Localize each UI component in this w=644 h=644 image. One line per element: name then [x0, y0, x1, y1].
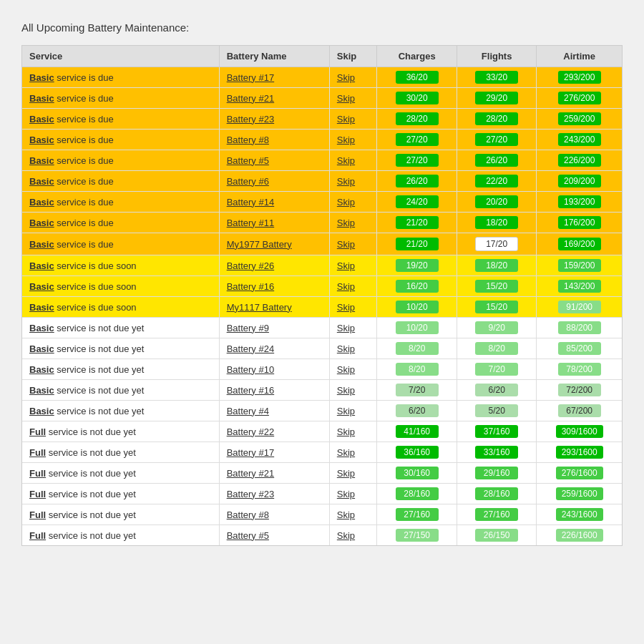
skip-cell[interactable]: Skip: [329, 484, 377, 504]
battery-name-cell[interactable]: Battery #24: [219, 338, 329, 359]
skip-button[interactable]: Skip: [337, 93, 355, 104]
skip-cell[interactable]: Skip: [329, 359, 377, 380]
battery-link[interactable]: Battery #8: [227, 135, 269, 145]
skip-cell[interactable]: Skip: [329, 421, 377, 442]
battery-link[interactable]: Battery #24: [227, 343, 275, 354]
skip-cell[interactable]: Skip: [329, 442, 377, 463]
skip-button[interactable]: Skip: [337, 509, 355, 520]
skip-cell[interactable]: Skip: [329, 213, 377, 233]
battery-link[interactable]: Battery #17: [227, 72, 275, 83]
battery-name-cell[interactable]: Battery #17: [219, 67, 329, 88]
skip-button[interactable]: Skip: [337, 426, 355, 437]
skip-cell[interactable]: Skip: [329, 338, 377, 359]
battery-name-cell[interactable]: Battery #11: [219, 213, 329, 233]
skip-button[interactable]: Skip: [337, 468, 355, 479]
battery-link[interactable]: My1977 Battery: [227, 239, 292, 250]
skip-button[interactable]: Skip: [337, 218, 355, 228]
battery-name-cell[interactable]: Battery #22: [219, 421, 329, 442]
battery-link[interactable]: Battery #23: [227, 489, 275, 499]
skip-cell[interactable]: Skip: [329, 130, 377, 150]
skip-cell[interactable]: Skip: [329, 150, 377, 171]
airtime-cell: 276/200: [537, 88, 622, 109]
airtime-cell: 85/200: [537, 338, 622, 359]
skip-button[interactable]: Skip: [337, 406, 355, 416]
battery-name-cell[interactable]: Battery #8: [219, 130, 329, 150]
battery-name-cell[interactable]: Battery #6: [219, 171, 329, 192]
battery-link[interactable]: Battery #6: [227, 176, 269, 187]
battery-name-cell[interactable]: Battery #5: [219, 525, 329, 546]
battery-name-cell[interactable]: My1977 Battery: [219, 233, 329, 255]
battery-link[interactable]: Battery #10: [227, 364, 275, 375]
skip-button[interactable]: Skip: [337, 343, 355, 354]
skip-button[interactable]: Skip: [337, 135, 355, 145]
battery-name-cell[interactable]: Battery #16: [219, 380, 329, 401]
battery-link[interactable]: Battery #21: [227, 468, 275, 479]
battery-link[interactable]: Battery #22: [227, 426, 275, 437]
skip-button[interactable]: Skip: [337, 72, 355, 83]
battery-link[interactable]: Battery #21: [227, 93, 275, 104]
airtime-cell: 176/200: [537, 213, 622, 233]
battery-name-cell[interactable]: Battery #14: [219, 192, 329, 213]
battery-link[interactable]: Battery #4: [227, 406, 269, 416]
airtime-pill: 209/200: [558, 175, 601, 187]
battery-name-cell[interactable]: Battery #8: [219, 504, 329, 525]
skip-cell[interactable]: Skip: [329, 255, 377, 276]
skip-cell[interactable]: Skip: [329, 67, 377, 88]
skip-button[interactable]: Skip: [337, 364, 355, 375]
battery-link[interactable]: Battery #16: [227, 281, 275, 292]
skip-button[interactable]: Skip: [337, 385, 355, 396]
skip-cell[interactable]: Skip: [329, 318, 377, 338]
table-row: Basic service is dueBattery #23Skip28/20…: [22, 109, 622, 130]
skip-button[interactable]: Skip: [337, 281, 355, 292]
battery-link[interactable]: Battery #11: [227, 218, 275, 228]
battery-name-cell[interactable]: Battery #23: [219, 109, 329, 130]
skip-cell[interactable]: Skip: [329, 109, 377, 130]
skip-cell[interactable]: Skip: [329, 88, 377, 109]
skip-button[interactable]: Skip: [337, 176, 355, 187]
battery-name-cell[interactable]: Battery #17: [219, 442, 329, 463]
battery-link[interactable]: Battery #14: [227, 197, 275, 208]
battery-name-cell[interactable]: Battery #26: [219, 255, 329, 276]
skip-button[interactable]: Skip: [337, 489, 355, 499]
battery-link[interactable]: Battery #23: [227, 114, 275, 125]
skip-cell[interactable]: Skip: [329, 297, 377, 318]
battery-name-cell[interactable]: Battery #21: [219, 463, 329, 484]
flights-pill: 15/20: [475, 301, 518, 313]
battery-link[interactable]: Battery #26: [227, 260, 275, 271]
skip-button[interactable]: Skip: [337, 260, 355, 271]
skip-cell[interactable]: Skip: [329, 525, 377, 546]
skip-cell[interactable]: Skip: [329, 192, 377, 213]
battery-link[interactable]: Battery #16: [227, 385, 275, 396]
skip-cell[interactable]: Skip: [329, 380, 377, 401]
skip-button[interactable]: Skip: [337, 447, 355, 458]
flights-pill: 8/20: [475, 342, 518, 355]
battery-link[interactable]: Battery #17: [227, 447, 275, 458]
skip-button[interactable]: Skip: [337, 323, 355, 333]
skip-button[interactable]: Skip: [337, 114, 355, 125]
skip-cell[interactable]: Skip: [329, 401, 377, 421]
battery-link[interactable]: Battery #9: [227, 323, 269, 333]
battery-name-cell[interactable]: My1117 Battery: [219, 297, 329, 318]
skip-button[interactable]: Skip: [337, 155, 355, 166]
battery-name-cell[interactable]: Battery #4: [219, 401, 329, 421]
battery-link[interactable]: My1117 Battery: [227, 302, 292, 313]
flights-cell: 27/160: [457, 504, 536, 525]
skip-cell[interactable]: Skip: [329, 504, 377, 525]
battery-name-cell[interactable]: Battery #16: [219, 276, 329, 297]
battery-link[interactable]: Battery #8: [227, 509, 269, 520]
battery-name-cell[interactable]: Battery #10: [219, 359, 329, 380]
skip-button[interactable]: Skip: [337, 302, 355, 313]
battery-link[interactable]: Battery #5: [227, 530, 269, 541]
skip-button[interactable]: Skip: [337, 530, 355, 541]
battery-link[interactable]: Battery #5: [227, 155, 269, 166]
skip-cell[interactable]: Skip: [329, 233, 377, 255]
skip-button[interactable]: Skip: [337, 197, 355, 208]
battery-name-cell[interactable]: Battery #9: [219, 318, 329, 338]
skip-button[interactable]: Skip: [337, 239, 355, 250]
skip-cell[interactable]: Skip: [329, 171, 377, 192]
skip-cell[interactable]: Skip: [329, 276, 377, 297]
battery-name-cell[interactable]: Battery #21: [219, 88, 329, 109]
skip-cell[interactable]: Skip: [329, 463, 377, 484]
battery-name-cell[interactable]: Battery #23: [219, 484, 329, 504]
battery-name-cell[interactable]: Battery #5: [219, 150, 329, 171]
